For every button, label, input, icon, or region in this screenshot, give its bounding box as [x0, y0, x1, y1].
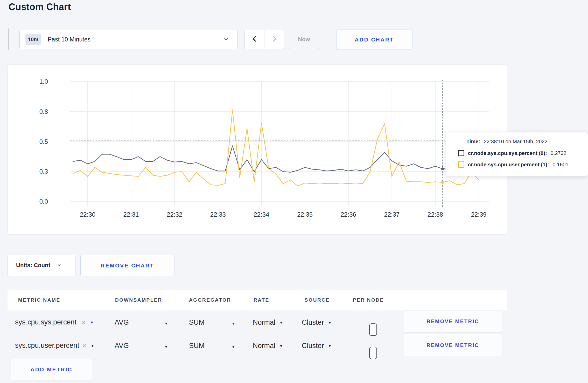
source-value: Cluster [302, 318, 324, 326]
col-header-per-node: PER NODE [353, 297, 384, 303]
next-time-button[interactable] [264, 30, 284, 49]
downsampler-select[interactable]: AVG [115, 318, 129, 327]
svg-text:0.3: 0.3 [39, 168, 48, 175]
rate-value: Normal [253, 342, 275, 350]
clear-metric-icon[interactable]: ✕ [81, 319, 86, 326]
metric-name-select[interactable]: sys.cpu.sys.percent✕▼ [15, 318, 94, 326]
svg-text:22:31: 22:31 [123, 211, 139, 218]
remove-metric-button[interactable]: REMOVE METRIC [404, 334, 502, 356]
custom-chart-page: Custom Chart 10m Past 10 Minutes Now ADD… [0, 0, 588, 383]
add-metric-button[interactable]: ADD METRIC [11, 359, 92, 380]
rate-value: Normal [253, 318, 275, 326]
chevron-down-icon [223, 36, 229, 43]
time-range-label: Past 10 Minutes [48, 36, 90, 43]
now-button[interactable]: Now [289, 30, 319, 49]
per-node-checkbox[interactable] [369, 323, 377, 336]
time-range-badge: 10m [25, 34, 41, 45]
metric-name-value: sys.cpu.user.percent [15, 342, 79, 349]
svg-text:1.0: 1.0 [39, 78, 48, 85]
col-header-source: SOURCE [305, 297, 330, 303]
svg-text:0.5: 0.5 [39, 138, 48, 145]
aggregator-select[interactable]: SUM [189, 318, 205, 327]
per-node-checkbox[interactable] [369, 347, 377, 359]
tooltip-time-label: Time: [466, 139, 480, 145]
caret-down-icon: ▼ [164, 345, 168, 349]
remove-metric-button[interactable]: REMOVE METRIC [404, 310, 502, 332]
user-percent-swatch-icon [458, 161, 464, 168]
toolbar-divider [8, 29, 9, 50]
clear-metric-icon[interactable]: ✕ [82, 343, 87, 349]
cpu-usage-chart[interactable]: 0.00.30.50.81.022:3022:3122:3222:3322:34… [8, 65, 507, 235]
page-title: Custom Chart [9, 2, 71, 12]
col-header-downsampler: DOWNSAMPLER [115, 297, 162, 303]
rate-select[interactable]: Normal ▼ [253, 342, 283, 350]
chevron-down-icon [57, 262, 62, 268]
remove-chart-button[interactable]: REMOVE CHART [80, 255, 174, 276]
svg-text:22:30: 22:30 [80, 211, 95, 218]
caret-down-icon: ▼ [164, 321, 168, 325]
caret-down-icon: ▼ [91, 344, 94, 348]
aggregator-select[interactable]: SUM [189, 342, 205, 350]
caret-down-icon: ▼ [328, 344, 332, 348]
metric-name-select[interactable]: sys.cpu.user.percent✕▼ [15, 342, 94, 350]
prev-time-button[interactable] [245, 30, 264, 49]
svg-text:22:33: 22:33 [210, 211, 226, 218]
caret-down-icon: ▼ [232, 321, 235, 325]
tooltip-time-value: 22:38:10 on Mar 15th, 2022 [484, 139, 548, 145]
caret-down-icon: ▼ [279, 321, 283, 325]
svg-text:22:37: 22:37 [384, 211, 400, 218]
col-header-rate: RATE [254, 297, 269, 303]
source-select[interactable]: Cluster ▼ [302, 318, 332, 327]
chart-tooltip: Time: 22:38:10 on Mar 15th, 2022 cr.node… [446, 132, 588, 176]
units-dropdown[interactable]: Units: Count [8, 255, 75, 276]
units-label: Units: Count [16, 262, 50, 269]
tooltip-series-label: cr.node.sys.cpu.user.percent (1): [468, 162, 549, 168]
caret-down-icon: ▼ [279, 344, 283, 348]
svg-text:22:32: 22:32 [167, 211, 182, 218]
metric-name-value: sys.cpu.sys.percent [15, 318, 76, 326]
chevron-left-icon [251, 35, 258, 44]
sys-percent-swatch-icon [458, 150, 464, 156]
time-nav-group [244, 30, 284, 49]
svg-text:22:39: 22:39 [471, 211, 487, 218]
col-header-aggregator: AGGREGATOR [189, 297, 231, 303]
chart-card: 0.00.30.50.81.022:3022:3122:3222:3322:34… [8, 65, 507, 235]
col-header-metric-name: METRIC NAME [18, 297, 60, 303]
caret-down-icon: ▼ [232, 345, 235, 349]
tooltip-series-label: cr.node.sys.cpu.sys.percent (0): [468, 150, 547, 156]
tooltip-series-value: 0.2732 [551, 150, 566, 156]
time-range-dropdown[interactable]: 10m Past 10 Minutes [19, 30, 237, 49]
downsampler-select[interactable]: AVG [115, 342, 129, 350]
svg-text:22:34: 22:34 [254, 211, 269, 218]
tooltip-series-row: cr.node.sys.cpu.sys.percent (0): 0.2732 [458, 150, 566, 156]
svg-text:0.8: 0.8 [39, 108, 48, 115]
caret-down-icon: ▼ [328, 321, 332, 325]
source-value: Cluster [302, 342, 324, 350]
add-chart-button[interactable]: ADD CHART [336, 30, 412, 50]
tooltip-series-value: 0.1601 [552, 162, 568, 168]
svg-text:0.0: 0.0 [39, 198, 48, 205]
svg-text:22:36: 22:36 [341, 211, 356, 218]
caret-down-icon: ▼ [90, 320, 94, 324]
source-select[interactable]: Cluster ▼ [302, 342, 332, 350]
rate-select[interactable]: Normal ▼ [253, 318, 283, 327]
tooltip-series-row: cr.node.sys.cpu.user.percent (1): 0.1601 [458, 161, 569, 168]
chevron-right-icon [270, 35, 278, 44]
svg-text:22:35: 22:35 [297, 211, 313, 218]
svg-text:22:38: 22:38 [428, 211, 443, 218]
tooltip-time-row: Time: 22:38:10 on Mar 15th, 2022 [466, 139, 548, 145]
